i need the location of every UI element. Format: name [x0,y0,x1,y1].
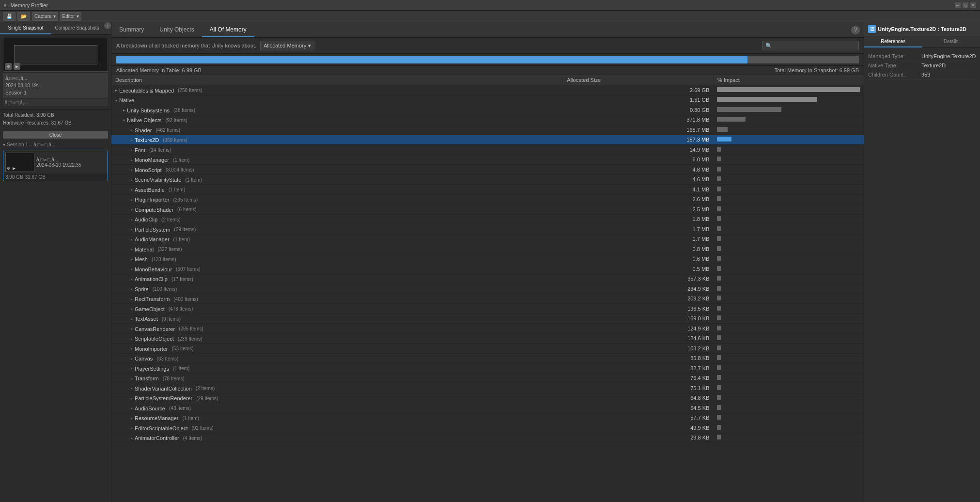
preview-icon-1[interactable]: ⚙ [5,63,12,70]
table-row[interactable]: ▸ RectTransform (400 Items) 209.2 KB [111,294,864,304]
table-row[interactable]: ▸ ParticleSystemRenderer (29 Items) 64.8… [111,393,864,403]
expand-button[interactable]: ▸ ScriptableObject (239 Items) [115,336,202,342]
expand-button[interactable]: ▸ PlayerSettings (1 Item) [115,366,189,372]
table-row[interactable]: ▸ Transform (78 Items) 76.4 KB [111,373,864,383]
expand-button[interactable]: ▾ Native [115,97,134,103]
expand-button[interactable]: ▸ AudioClip (2 Items) [115,217,181,222]
table-row[interactable]: ▸ ComputeShader (6 Items) 2.5 MB [111,204,864,215]
expand-button[interactable]: ▸ Shader (462 Items) [115,127,180,133]
table-row[interactable]: ▸ EditorScriptableObject (92 Items) 49.9… [111,423,864,433]
preview-icon-2[interactable]: ▶ [14,63,20,70]
table-row[interactable]: ▸ PlayerSettings (1 Item) 82.7 KB [111,363,864,374]
expand-button[interactable]: ▸ RectTransform (400 Items) [115,296,198,302]
expand-button[interactable]: ▸ SceneVisibilityState (1 Item) [115,177,202,183]
table-row[interactable]: ▸ SceneVisibilityState (1 Item) 4.6 MB [111,174,864,185]
expand-button[interactable]: ▸ AssetBundle (1 Item) [115,187,185,193]
expand-button[interactable]: ▸ Transform (78 Items) [115,376,185,381]
table-row[interactable]: ▾ Native Objects (92 Items) 371.8 MB [111,115,864,125]
expand-button[interactable]: ▸ GameObject (478 Items) [115,306,193,312]
capture-dropdown[interactable]: Capture ▾ [32,12,58,21]
expand-button[interactable]: ▸ CanvasRenderer (285 Items) [115,326,203,332]
impact-bar [717,107,781,112]
expand-button[interactable]: ▸ AudioSource (43 Items) [115,406,191,411]
table-row[interactable]: ▸ Canvas (33 Items) 85.8 KB [111,353,864,363]
table-row[interactable]: ▸ TextAsset (9 Items) 169.0 KB [111,314,864,324]
expand-button[interactable]: ▸ MonoScript (8,004 Items) [115,167,194,173]
expand-button[interactable]: ▾ Native Objects (92 Items) [115,117,187,123]
expand-button[interactable]: ▸ AnimationClip (17 Items) [115,276,193,282]
table-row[interactable]: ▾ Native 1.51 GB [111,95,864,105]
table-row[interactable]: ▸ Executables & Mapped (250 Items) 2.69 … [111,85,864,95]
expand-button[interactable]: ▸ TextAsset (9 Items) [115,316,181,322]
expand-button[interactable]: ▸ MonoBehaviour (507 Items) [115,267,201,272]
expand-button[interactable]: ▸ ParticleSystemRenderer (29 Items) [115,395,218,401]
close-button[interactable]: ✕ [970,2,976,8]
maximize-button[interactable]: □ [963,2,968,8]
table-row[interactable]: ▸ AudioSource (43 Items) 64.5 KB [111,403,864,413]
expand-button[interactable]: ▸ MonoImporter (53 Items) [115,346,194,352]
expand-button[interactable]: ▸ AudioManager (1 Item) [115,236,190,242]
detail-tab-references[interactable]: References [864,36,922,47]
tab-unity-objects[interactable]: Unity Objects [152,22,202,37]
expand-button[interactable]: ▸ Font (14 Items) [115,147,171,153]
allocated-size-header[interactable]: Allocated Size [563,75,714,85]
tab-all-of-memory[interactable]: All Of Memory [202,22,254,37]
table-row[interactable]: ▸ Material (327 Items) 0.8 MB [111,244,864,254]
filter-dropdown[interactable]: Allocated Memory ▾ [260,41,314,50]
open-toolbar-button[interactable]: 📂 [17,12,30,21]
table-container[interactable]: Description Allocated Size % Impact ▸ Ex… [111,75,864,502]
table-row[interactable]: ▸ PluginImporter (295 Items) 2.6 MB [111,194,864,204]
save-toolbar-button[interactable]: 💾 [3,12,16,21]
table-row[interactable]: ▸ Mesh (133 Items) 0.6 MB [111,254,864,264]
table-row[interactable]: ▸ AudioManager (1 Item) 1.7 MB [111,234,864,244]
expand-button[interactable]: ▸ Texture2D (959 Items) [115,137,187,143]
table-row[interactable]: ▸ Texture2D (959 Items) 157.3 MB [111,135,864,145]
table-row[interactable]: ▸ ShaderVariantCollection (2 Items) 75.1… [111,383,864,393]
expand-button[interactable]: ▸ ResourceManager (1 Item) [115,415,199,421]
expand-button[interactable]: ▸ Unity Subsystems (38 Items) [115,108,195,113]
table-row[interactable]: ▸ AudioClip (2 Items) 1.8 MB [111,214,864,224]
table-row[interactable]: ▸ CanvasRenderer (285 Items) 124.9 KB [111,324,864,334]
table-row[interactable]: ▸ Unity Subsystems (38 Items) 0.80 GB [111,105,864,115]
expand-button[interactable]: ▸ PluginImporter (295 Items) [115,197,198,203]
table-row[interactable]: ▸ ParticleSystem (29 Items) 1.7 MB [111,224,864,235]
editor-dropdown[interactable]: Editor ▾ [60,12,81,21]
close-snapshot-button[interactable]: Close [3,131,108,139]
table-row[interactable]: ▸ MonoManager (1 Item) 6.0 MB [111,155,864,165]
expand-button[interactable]: ▸ ShaderVariantCollection (2 Items) [115,386,215,392]
expand-button[interactable]: ▸ ParticleSystem (29 Items) [115,227,196,233]
table-row[interactable]: ▸ AssetBundle (1 Item) 4.1 MB [111,185,864,195]
snapshot-info-button[interactable]: i [104,22,111,29]
table-row[interactable]: ▸ ScriptableObject (239 Items) 124.6 KB [111,333,864,344]
table-row[interactable]: ▸ MonoImporter (53 Items) 103.2 KB [111,344,864,354]
tab-summary[interactable]: Summary [111,22,152,37]
table-row[interactable]: ▸ MonoBehaviour (507 Items) 0.5 MB [111,264,864,274]
tab-single-snapshot[interactable]: Single Snapshot [0,22,51,34]
tab-compare-snapshots[interactable]: Compare Snapshots [51,22,103,34]
table-row[interactable]: ▸ AnimationClip (17 Items) 357.3 KB [111,274,864,284]
table-row[interactable]: ▸ Font (14 Items) 14.9 MB [111,145,864,155]
minimize-button[interactable]: ─ [955,2,961,8]
help-button[interactable]: ? [851,26,860,34]
detail-tab-details[interactable]: Details [922,36,980,47]
expand-button[interactable]: ▸ ComputeShader (6 Items) [115,207,197,213]
table-row[interactable]: ▸ Shader (462 Items) 165.7 MB [111,125,864,135]
expand-button[interactable]: ▸ Executables & Mapped (250 Items) [115,88,202,94]
table-row[interactable]: ▸ MonoScript (8,004 Items) 4.8 MB [111,165,864,175]
session-expand-icon: ▾ [3,142,5,147]
expand-button[interactable]: ▸ Canvas (33 Items) [115,356,178,361]
expand-button[interactable]: ▸ Mesh (133 Items) [115,256,176,262]
session-item[interactable]: ⚙ ▶ â,□≃□,â,... 2024-08-10 19:22:35 3.90… [3,151,108,181]
expand-button[interactable]: ▸ MonoManager (1 Item) [115,157,189,163]
expand-button[interactable]: ▸ AnimatorController (4 Items) [115,435,202,441]
description-header[interactable]: Description [111,75,563,85]
search-input[interactable] [762,41,859,50]
pct-impact-header[interactable]: % Impact [713,75,864,85]
expand-button[interactable]: ▸ EditorScriptableObject (92 Items) [115,425,213,431]
table-row[interactable]: ▸ GameObject (478 Items) 196.5 KB [111,304,864,314]
table-row[interactable]: ▸ ResourceManager (1 Item) 57.7 KB [111,413,864,423]
expand-button[interactable]: ▸ Material (327 Items) [115,247,182,252]
table-row[interactable]: ▸ Sprite (100 Items) 234.9 KB [111,284,864,294]
expand-button[interactable]: ▸ Sprite (100 Items) [115,286,177,292]
table-row[interactable]: ▸ AnimatorController (4 Items) 29.8 KB [111,433,864,443]
